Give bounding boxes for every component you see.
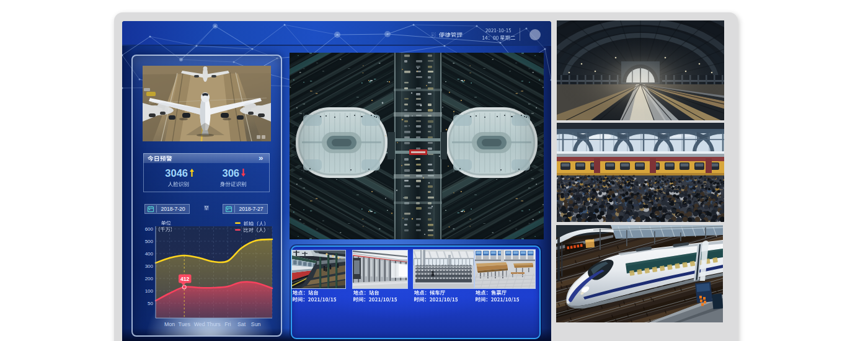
- svg-text:412: 412: [180, 276, 190, 282]
- svg-text:Fri: Fri: [224, 321, 231, 327]
- svg-text:300: 300: [145, 264, 154, 269]
- svg-text:400: 400: [145, 251, 154, 257]
- svg-text:Sun: Sun: [251, 321, 261, 327]
- svg-text:600: 600: [145, 226, 154, 232]
- svg-text:100: 100: [145, 288, 154, 294]
- svg-text:Wed: Wed: [194, 321, 205, 327]
- svg-text:Mon: Mon: [164, 321, 175, 327]
- svg-text:200: 200: [145, 276, 154, 281]
- svg-text:Sat: Sat: [237, 321, 246, 327]
- svg-text:Tues: Tues: [179, 321, 191, 327]
- svg-text:50: 50: [148, 301, 153, 306]
- svg-text:500: 500: [145, 239, 154, 244]
- svg-text:Thurs: Thurs: [206, 321, 221, 327]
